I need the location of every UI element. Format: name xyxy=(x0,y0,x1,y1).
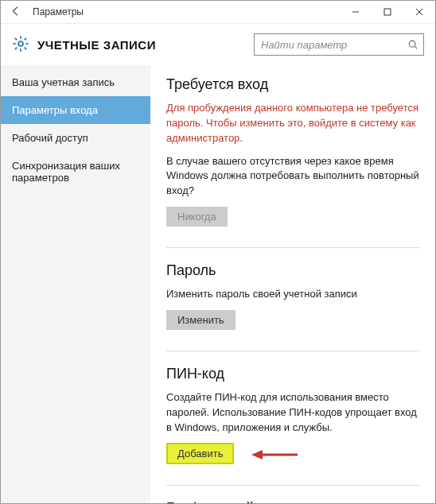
sidebar-item-label: Ваша учетная запись xyxy=(12,76,115,88)
svg-line-10 xyxy=(25,47,26,48)
search-box[interactable] xyxy=(254,33,424,56)
password-desc: Изменить пароль своей учетной записи xyxy=(166,287,419,302)
add-pin-button[interactable]: Добавить xyxy=(166,443,234,464)
section-title-password: Пароль xyxy=(166,262,419,279)
sidebar: Ваша учетная запись Параметры входа Рабо… xyxy=(1,65,150,503)
admin-warning-text: Для пробуждения данного компьютера не тр… xyxy=(166,101,419,146)
window-title: Параметры xyxy=(33,6,84,17)
annotation-arrow-icon xyxy=(251,448,299,462)
svg-point-4 xyxy=(18,41,23,46)
maximize-button[interactable] xyxy=(372,2,403,23)
sidebar-item-label: Синхронизация ваших параметров xyxy=(12,160,120,184)
page-title: УЧЕТНЫЕ ЗАПИСИ xyxy=(37,38,156,52)
section-divider xyxy=(166,351,419,351)
svg-line-11 xyxy=(15,47,17,48)
svg-marker-16 xyxy=(251,450,263,459)
sidebar-item-label: Рабочий доступ xyxy=(12,132,88,144)
change-password-button[interactable]: Изменить xyxy=(166,310,236,330)
settings-gear-icon xyxy=(12,35,29,55)
require-signin-dropdown: Никогда xyxy=(166,207,228,227)
section-title-signin-required: Требуется вход xyxy=(166,76,419,93)
sidebar-item-signin-options[interactable]: Параметры входа xyxy=(1,96,150,124)
close-button[interactable] xyxy=(403,2,435,23)
pin-desc: Создайте ПИН-код для использования вмест… xyxy=(166,390,419,436)
signin-question-text: В случае вашего отсутствия через какое в… xyxy=(166,154,419,200)
back-button[interactable] xyxy=(7,6,25,19)
section-title-picture-password: Графический пароль xyxy=(166,500,419,503)
search-input[interactable] xyxy=(255,39,403,51)
sidebar-item-your-account[interactable]: Ваша учетная запись xyxy=(1,68,150,96)
svg-rect-1 xyxy=(384,9,391,15)
svg-line-9 xyxy=(15,37,17,39)
svg-point-13 xyxy=(409,41,415,47)
section-title-pin: ПИН-код xyxy=(166,366,419,382)
minimize-button[interactable] xyxy=(340,2,372,23)
content-pane: Требуется вход Для пробуждения данного к… xyxy=(150,65,435,503)
section-divider xyxy=(166,485,419,486)
section-divider xyxy=(166,247,419,248)
sidebar-item-label: Параметры входа xyxy=(12,104,98,116)
search-icon[interactable] xyxy=(403,39,423,50)
svg-line-12 xyxy=(25,37,26,39)
sidebar-item-sync-settings[interactable]: Синхронизация ваших параметров xyxy=(1,152,150,192)
sidebar-item-work-access[interactable]: Рабочий доступ xyxy=(1,124,150,152)
svg-line-14 xyxy=(415,46,417,48)
